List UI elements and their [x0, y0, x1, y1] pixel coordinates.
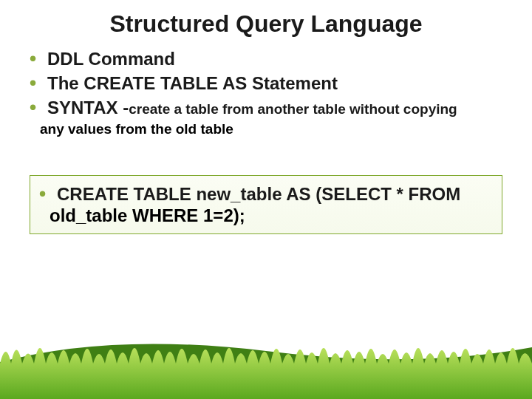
- code-line-1: CREATE TABLE new_table AS (SELECT * FROM: [39, 183, 490, 205]
- syntax-continuation: any values from the old table: [22, 121, 510, 138]
- slide-title: Structured Query Language: [22, 10, 510, 38]
- bullet-list: DDL Command The CREATE TABLE AS Statemen…: [22, 48, 510, 119]
- slide: Structured Query Language DDL Command Th…: [0, 0, 532, 399]
- syntax-sub: create a table from another table withou…: [129, 101, 457, 117]
- bullet-create-table-as: The CREATE TABLE AS Statement: [30, 72, 510, 95]
- grass-decoration: [0, 310, 532, 399]
- code-box: CREATE TABLE new_table AS (SELECT * FROM…: [30, 175, 502, 234]
- bullet-syntax: SYNTAX -create a table from another tabl…: [30, 97, 510, 119]
- code-line-2: old_table WHERE 1=2);: [32, 205, 490, 226]
- bullet-ddl-command: DDL Command: [30, 48, 510, 70]
- code-list: CREATE TABLE new_table AS (SELECT * FROM: [32, 183, 490, 205]
- code-box-wrap: CREATE TABLE new_table AS (SELECT * FROM…: [22, 175, 510, 234]
- syntax-prefix: SYNTAX -: [47, 98, 129, 117]
